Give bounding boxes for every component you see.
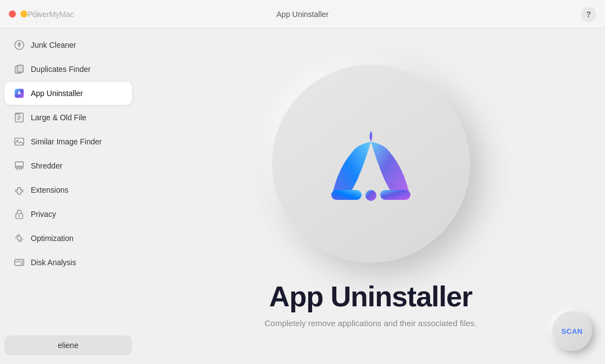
junk-icon [13,39,25,51]
svg-point-1 [19,42,20,43]
sidebar-item-similar-image-finder[interactable]: Similar Image Finder [4,130,132,153]
scan-button-container: SCAN [552,311,592,351]
close-button[interactable] [9,10,16,18]
sidebar-label-disk-analysis: Disk Analysis [31,258,76,267]
sidebar-label-optimization: Optimization [31,234,74,243]
sidebar-item-duplicates-finder[interactable]: Duplicates Finder [4,58,132,81]
sidebar-label-shredder: Shredder [31,161,63,170]
svg-line-16 [21,169,22,171]
svg-rect-12 [15,162,24,166]
sidebar-label-large-old-file: Large & Old File [31,113,86,122]
app-name-label: PowerMyMac [27,10,74,19]
sidebar-label-similar-image-finder: Similar Image Finder [31,137,102,146]
sidebar-user-section: eliene [0,331,136,360]
duplicates-icon [13,63,25,75]
optimization-icon [13,232,25,244]
sidebar-item-extensions[interactable]: Extensions [4,178,132,201]
sidebar-item-junk-cleaner[interactable]: Junk Cleaner [4,33,132,57]
main-layout: Junk Cleaner Duplicates Finder [0,29,605,364]
sidebar-item-shredder[interactable]: Shredder [4,154,132,177]
sidebar-label-duplicates-finder: Duplicates Finder [31,65,91,74]
sidebar-label-app-uninstaller: App Uninstaller [31,89,83,98]
sidebar-item-disk-analysis[interactable]: Disk Analysis [4,251,132,274]
svg-rect-10 [15,138,24,145]
help-button[interactable]: ? [581,7,596,22]
svg-point-27 [365,190,376,201]
sidebar-item-optimization[interactable]: Optimization [4,227,132,250]
content-area: App Uninstaller Completely remove applic… [136,29,605,364]
svg-point-18 [19,215,20,217]
svg-point-24 [21,263,23,265]
disk-icon [13,256,25,268]
sidebar-label-privacy: Privacy [31,210,56,219]
extensions-icon [13,184,25,196]
window-title: App Uninstaller [276,10,329,19]
sidebar-label-extensions: Extensions [31,186,68,194]
title-bar: PowerMyMac App Uninstaller ? [0,0,605,29]
svg-rect-13 [15,166,24,169]
sidebar-item-app-uninstaller[interactable]: App Uninstaller [4,82,132,105]
svg-line-14 [16,169,17,171]
sidebar-label-junk-cleaner: Junk Cleaner [31,41,76,49]
sidebar: Junk Cleaner Duplicates Finder [0,29,136,364]
content-title: App Uninstaller [269,280,472,313]
svg-rect-3 [17,65,23,72]
svg-rect-23 [15,260,24,262]
app-logo-svg [321,114,420,213]
user-button[interactable]: eliene [4,335,132,355]
svg-rect-25 [331,190,362,200]
shredder-icon [13,160,25,172]
privacy-icon [13,208,25,220]
content-subtitle: Completely remove applications and their… [264,318,476,328]
svg-point-21 [19,241,20,242]
app-uninstaller-icon [13,87,25,99]
scan-button[interactable]: SCAN [552,311,592,351]
svg-point-20 [19,234,20,236]
large-file-icon [13,111,25,124]
image-icon [13,136,25,148]
minimize-button[interactable] [20,10,27,18]
svg-point-19 [17,236,21,240]
sidebar-item-privacy[interactable]: Privacy [4,203,132,226]
sidebar-item-large-old-file[interactable]: Large & Old File [4,106,132,129]
svg-rect-26 [380,190,410,200]
app-icon-circle [272,65,470,262]
